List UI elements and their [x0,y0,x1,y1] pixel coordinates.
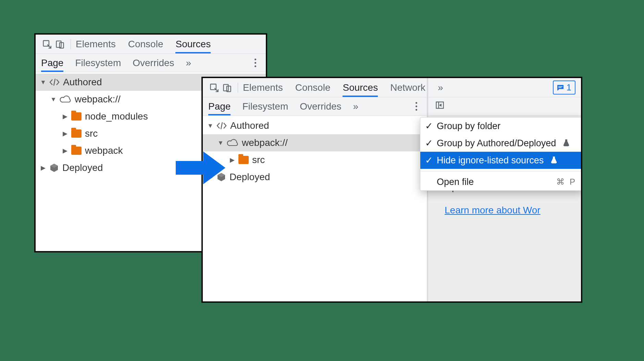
caret-right-icon: ▶ [62,113,68,120]
tree-label: webpack:// [75,94,121,105]
menu-label: Group by Authored/Deployed [437,138,556,149]
inspect-icon[interactable] [208,81,221,94]
check-icon: ✓ [425,155,433,166]
caret-right-icon: ▶ [40,164,46,172]
right-subbar [428,97,581,116]
badge-count: 1 [567,82,571,93]
feedback-badge[interactable]: 1 [553,80,575,95]
tree-authored[interactable]: ▼ Authored [203,117,427,134]
menu-label: Open file [437,177,474,187]
learn-more-link[interactable]: Learn more about Wor [428,205,581,216]
tab-console[interactable]: Console [295,78,331,97]
subtab-overrides[interactable]: Overrides [300,97,341,115]
collapse-sidebar-icon[interactable] [435,100,445,112]
tree-label: Deployed [62,162,103,173]
subtab-filesystem[interactable]: Filesystem [242,97,288,115]
subtab-page[interactable]: Page [208,97,231,115]
inspect-icon[interactable] [40,38,53,51]
tab-network[interactable]: Network [390,78,425,97]
caret-down-icon: ▼ [218,139,223,147]
menu-separator [420,171,582,171]
code-icon [49,78,60,86]
more-tabs-icon[interactable]: » [353,101,359,112]
caret-right-icon: ▶ [230,156,235,164]
check-icon: ✓ [425,138,433,149]
subtab-filesystem[interactable]: Filesystem [75,54,121,72]
caret-down-icon: ▼ [208,122,213,129]
device-toggle-icon[interactable] [221,81,234,94]
folder-icon [71,129,82,138]
folder-icon [71,112,82,121]
cloud-icon [227,139,238,147]
svg-rect-4 [224,84,228,91]
svg-rect-6 [558,86,562,87]
menu-open-file[interactable]: Open file ⌘ P [420,173,582,190]
svg-rect-1 [57,41,61,47]
tab-console[interactable]: Console [128,35,163,53]
file-tree: ▼ Authored ▼ webpack:// ▶ src ▶ [203,116,427,186]
tree-label: Authored [63,77,102,88]
menu-group-by-folder[interactable]: ✓ Group by folder [420,117,582,135]
topbar: Elements Console Sources [36,35,266,54]
flask-icon [550,155,557,166]
code-icon [216,122,227,129]
chat-icon [556,84,565,92]
subbar: Page Filesystem Overrides » [36,54,266,72]
menu-label: Hide ignore-listed sources [437,155,544,166]
tree-deployed[interactable]: ▶ Deployed [203,169,427,186]
folder-icon [238,156,249,164]
caret-right-icon: ▶ [62,130,68,137]
sources-options-menu: ✓ Group by folder ✓ Group by Authored/De… [420,117,582,191]
kebab-icon[interactable] [250,58,260,68]
tree-label: Deployed [230,172,270,183]
check-icon: ✓ [425,121,433,132]
subbar: Page Filesystem Overrides » [203,97,427,116]
more-tabs-icon[interactable]: » [186,58,191,69]
tab-sources[interactable]: Sources [175,35,211,53]
menu-hide-ignore-listed[interactable]: ✓ Hide ignore-listed sources [420,152,582,169]
deploy-icon [49,163,59,173]
svg-rect-7 [558,87,561,88]
flask-icon [563,138,570,149]
device-toggle-icon[interactable] [53,38,66,51]
tab-elements[interactable]: Elements [243,78,283,97]
caret-down-icon: ▼ [40,79,46,86]
tree-label: src [85,128,98,139]
menu-group-by-authored[interactable]: ✓ Group by Authored/Deployed [420,135,582,152]
topbar: Elements Console Sources Network » 1 [203,78,581,97]
tab-elements[interactable]: Elements [76,35,116,53]
tree-label: Authored [230,120,269,131]
subtab-overrides[interactable]: Overrides [133,54,174,72]
menu-shortcut: ⌘ P [556,177,577,187]
tree-label: webpack:// [242,137,288,148]
tab-sources[interactable]: Sources [343,78,378,97]
tree-label: src [252,154,265,165]
cloud-icon [60,96,71,103]
subtab-page[interactable]: Page [41,54,63,72]
tree-webpack[interactable]: ▼ webpack:// [203,134,427,151]
caret-down-icon: ▼ [51,96,56,103]
menu-label: Group by folder [437,121,500,132]
folder-icon [71,147,82,155]
divider [238,83,238,93]
tree-label: node_modules [85,111,148,122]
divider [71,39,71,49]
devtools-window-after: Elements Console Sources Network » 1 Pag… [201,77,582,303]
tree-label: webpack [85,145,123,156]
more-tabs-icon[interactable]: » [438,82,443,93]
caret-right-icon: ▶ [62,147,68,154]
arrow-icon [172,147,227,190]
tree-src[interactable]: ▶ src [203,151,427,169]
kebab-icon[interactable] [411,101,421,112]
